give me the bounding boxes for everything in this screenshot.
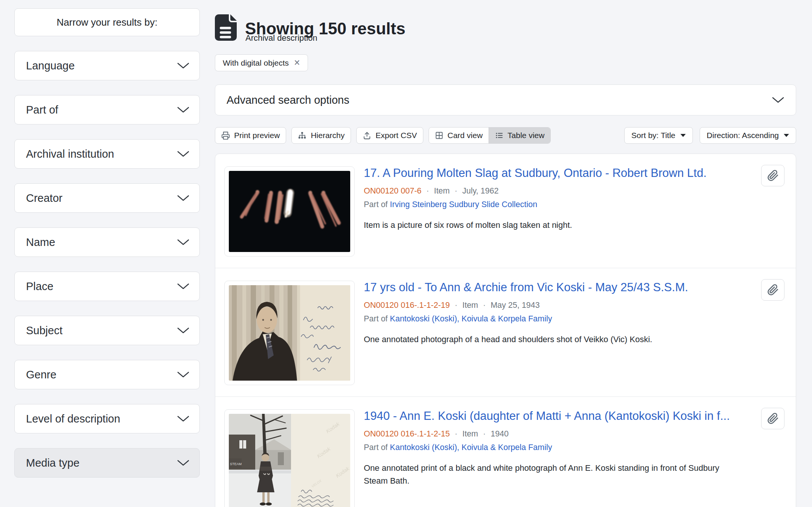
meta-separator: · (455, 186, 457, 196)
reference-code: ON00120 016-.1-1-2-19 (364, 301, 450, 310)
result-thumbnail[interactable]: STEAM Kodak Kodak Kodak VELOX (224, 409, 355, 507)
filter-tag-label: With digital objects (223, 58, 289, 68)
result-text: 1940 - Ann E. Koski (daughter of Matti +… (364, 409, 787, 487)
chevron-down-icon (177, 459, 190, 467)
sidebar-filter-label: Media type (26, 457, 80, 469)
sidebar-filter-label: Genre (26, 369, 57, 381)
result-thumbnail-image (229, 285, 350, 381)
result-row: 17 yrs old - To Ann & Archie from Vic Ko… (215, 268, 796, 396)
sidebar-filter-archival-institution[interactable]: Archival institution (14, 139, 200, 169)
result-title-link[interactable]: 1940 - Ann E. Koski (daughter of Matti +… (364, 409, 745, 423)
upload-icon (363, 131, 371, 140)
hierarchy-button[interactable]: Hierarchy (291, 127, 351, 144)
advanced-search-panel[interactable]: Advanced search options (215, 84, 796, 115)
export-csv-button[interactable]: Export CSV (356, 127, 423, 144)
sidebar-filter-creator[interactable]: Creator (14, 183, 200, 213)
hierarchy-label: Hierarchy (311, 131, 345, 140)
sidebar-filter-label: Language (26, 60, 75, 72)
filter-tag[interactable]: With digital objects × (215, 54, 308, 71)
part-of-link[interactable]: Kantokoski (Koski), Koivula & Korpela Fa… (390, 314, 552, 323)
attachment-button[interactable] (761, 165, 784, 186)
part-of-label: Part of (364, 314, 388, 323)
chevron-down-icon (177, 371, 190, 378)
caret-down-icon (784, 134, 789, 137)
sort-by-label: Sort by: Title (631, 131, 676, 140)
sidebar-filter-level-of-description[interactable]: Level of description (14, 404, 200, 433)
grid-icon (435, 131, 443, 140)
sidebar-filter-label: Archival institution (26, 148, 114, 160)
result-title-link[interactable]: 17. A Pouring Molten Slag at Sudbury, On… (364, 166, 745, 180)
result-meta: ON00120 007-6 · Item · July, 1962 (364, 186, 745, 196)
result-row: 17. A Pouring Molten Slag at Sudbury, On… (215, 154, 796, 268)
sidebar-filter-genre[interactable]: Genre (14, 360, 200, 389)
result-date: July, 1962 (462, 186, 498, 196)
sidebar-filter-place[interactable]: Place (14, 272, 200, 301)
part-of-link[interactable]: Irving Steinberg Sudbury Slide Collectio… (390, 200, 537, 209)
part-of-line: Part of Irving Steinberg Sudbury Slide C… (364, 200, 745, 209)
meta-separator: · (483, 429, 486, 439)
chevron-down-icon (177, 62, 190, 69)
remove-filter-icon[interactable]: × (294, 58, 300, 68)
result-thumbnail-image (229, 171, 350, 252)
chevron-down-icon (177, 415, 190, 422)
print-preview-button[interactable]: Print preview (215, 127, 286, 144)
card-view-button[interactable]: Card view (429, 128, 489, 143)
sidebar-header-label: Narrow your results by: (57, 17, 157, 28)
list-icon (495, 131, 503, 140)
advanced-search-label: Advanced search options (227, 94, 349, 106)
chevron-down-icon (177, 106, 190, 114)
meta-separator: · (455, 301, 457, 310)
sidebar-filter-name[interactable]: Name (14, 227, 200, 257)
result-thumbnail[interactable] (224, 281, 355, 385)
chevron-down-icon (177, 283, 190, 290)
result-description: One annotated photograph of a head and s… (364, 333, 745, 346)
level-of-description: Item (462, 429, 478, 439)
sort-controls: Sort by: Title Direction: Ascending (624, 127, 796, 144)
sidebar-filter-label: Name (26, 236, 55, 249)
part-of-line: Part of Kantokoski (Koski), Koivula & Ko… (364, 314, 745, 324)
chevron-down-icon (177, 327, 190, 334)
level-of-description: Item (434, 186, 450, 196)
sidebar-filter-part-of[interactable]: Part of (14, 95, 200, 124)
print-preview-label: Print preview (234, 131, 280, 140)
sidebar-filter-language[interactable]: Language (14, 51, 200, 80)
meta-separator: · (483, 301, 486, 310)
sidebar-filter-label: Level of description (26, 413, 120, 425)
direction-dropdown[interactable]: Direction: Ascending (700, 127, 796, 144)
reference-code: ON00120 007-6 (364, 186, 421, 196)
paperclip-icon (767, 170, 779, 181)
hierarchy-icon (298, 131, 306, 140)
part-of-link[interactable]: Kantokoski (Koski), Koivula & Korpela Fa… (390, 443, 552, 452)
result-meta: ON00120 016-.1-1-2-19 · Item · May 25, 1… (364, 301, 745, 310)
page-subtitle: Archival description (245, 33, 317, 43)
result-thumbnail[interactable] (224, 166, 355, 257)
results-list: 17. A Pouring Molten Slag at Sudbury, On… (215, 154, 796, 507)
svg-text:STEAM: STEAM (230, 462, 242, 466)
meta-separator: · (455, 429, 457, 439)
sort-by-dropdown[interactable]: Sort by: Title (624, 127, 693, 144)
result-description: Item is a picture of six rows of molten … (364, 219, 745, 232)
attachment-button[interactable] (761, 408, 784, 429)
result-date: May 25, 1943 (490, 301, 539, 310)
result-description: One annotated print of a black and white… (364, 462, 745, 487)
table-view-button[interactable]: Table view (489, 128, 550, 143)
result-thumbnail-image: STEAM Kodak Kodak Kodak VELOX (229, 414, 350, 507)
direction-label: Direction: Ascending (707, 131, 779, 140)
sidebar-filter-label: Part of (26, 104, 58, 116)
attachment-button[interactable] (761, 279, 784, 301)
result-text: 17. A Pouring Molten Slag at Sudbury, On… (364, 166, 787, 232)
chevron-down-icon (772, 96, 784, 104)
sidebar-filter-media-type[interactable]: Media type (14, 448, 200, 478)
result-title-link[interactable]: 17 yrs old - To Ann & Archie from Vic Ko… (364, 281, 745, 294)
reference-code: ON00120 016-.1-1-2-15 (364, 429, 450, 439)
file-text-icon (213, 14, 237, 41)
sidebar-filter-subject[interactable]: Subject (14, 316, 200, 345)
part-of-line: Part of Kantokoski (Koski), Koivula & Ko… (364, 443, 745, 452)
chevron-down-icon (177, 150, 190, 158)
facet-sidebar: Narrow your results by: Language Part of… (14, 8, 200, 478)
sidebar-filter-label: Creator (26, 192, 63, 204)
export-csv-label: Export CSV (375, 131, 417, 140)
part-of-label: Part of (364, 200, 388, 209)
results-toolbar: Print preview Hierarchy (215, 127, 796, 144)
result-row: STEAM Kodak Kodak Kodak VELOX 1940 - Ann… (215, 396, 796, 507)
